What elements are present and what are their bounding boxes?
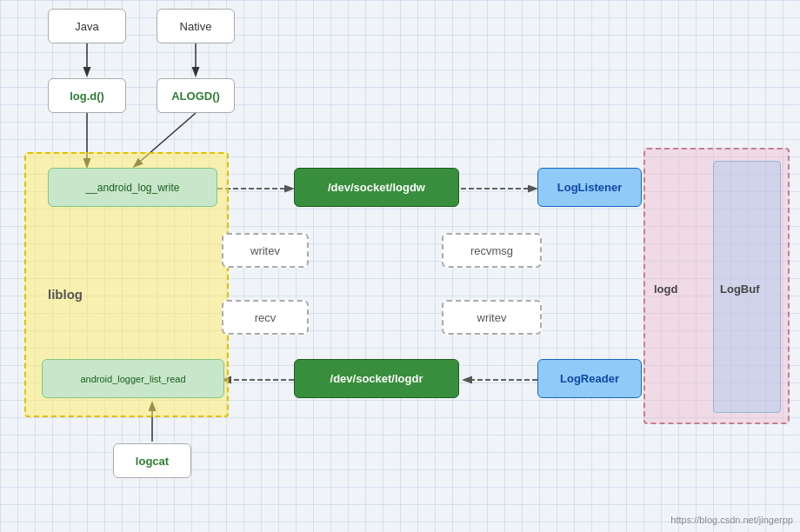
android-logger-list-read-node: android_logger_list_read: [42, 359, 224, 398]
dev-socket-logdw-node: /dev/socket/logdw: [294, 168, 459, 207]
logcat-node: logcat: [113, 443, 191, 478]
recv-node: recv: [222, 300, 309, 335]
diagram-container: liblog LogBuf logd Java Native log.d() A…: [0, 0, 800, 532]
writev-right-node: writev: [442, 300, 542, 335]
log-d-node: log.d(): [48, 78, 126, 113]
recvmsg-node: recvmsg: [442, 233, 542, 268]
writev-left-node: writev: [222, 233, 309, 268]
alogd-node: ALOGD(): [157, 78, 235, 113]
android-log-write-node: __android_log_write: [48, 168, 217, 207]
log-reader-node: LogReader: [537, 359, 642, 398]
log-listener-node: LogListener: [537, 168, 642, 207]
logbuf-label: LogBuf: [720, 283, 759, 296]
liblog-label: liblog: [48, 287, 83, 302]
watermark: https://blog.csdn.net/jingerpp: [670, 515, 793, 525]
dev-socket-logdr-node: /dev/socket/logdr: [294, 359, 459, 398]
logd-label: logd: [654, 283, 677, 296]
native-node: Native: [157, 9, 235, 43]
java-node: Java: [48, 9, 126, 43]
